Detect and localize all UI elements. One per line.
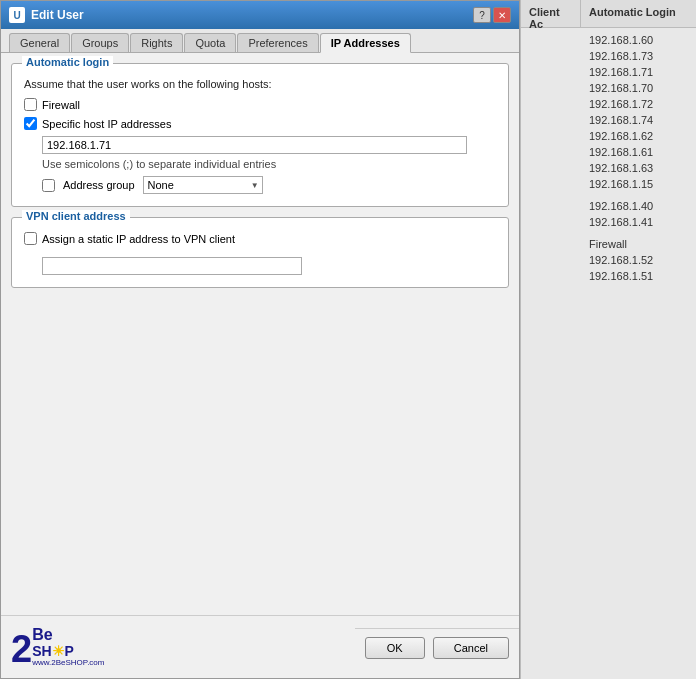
tab-rights[interactable]: Rights — [130, 33, 183, 52]
firewall-label: Firewall — [42, 99, 80, 111]
edit-user-dialog: U Edit User ? ✕ General Groups Rights Qu… — [0, 0, 520, 679]
dialog-content: Automatic login Assume that the user wor… — [1, 53, 519, 615]
title-bar: U Edit User ? ✕ — [1, 1, 519, 29]
vpn-client-group: VPN client address Assign a static IP ad… — [11, 217, 509, 288]
logo-container: 2 Be SH☀P www.2BeSHOP.com — [11, 626, 104, 668]
vpn-client-content: Assign a static IP address to VPN client — [24, 232, 496, 275]
logo-be: Be — [32, 626, 104, 644]
ip-hint: Use semicolons (;) to separate individua… — [42, 158, 496, 170]
automatic-login-description: Assume that the user works on the follow… — [24, 78, 496, 90]
vpn-client-title: VPN client address — [22, 210, 130, 222]
list-item-auto: 192.168.1.62 — [589, 130, 688, 142]
right-panel-header: Client Ac Automatic Login — [521, 0, 696, 28]
list-item[interactable]: 192.168.1.52 — [521, 252, 696, 268]
assign-static-ip-checkbox[interactable] — [24, 232, 37, 245]
list-item-auto: 192.168.1.51 — [589, 270, 688, 282]
list-item-client — [529, 146, 589, 158]
dialog-title: Edit User — [31, 8, 84, 22]
col-client-header: Client Ac — [521, 0, 581, 27]
tab-quota[interactable]: Quota — [184, 33, 236, 52]
list-item-auto: 192.168.1.60 — [589, 34, 688, 46]
list-item-client — [529, 82, 589, 94]
col-auto-header: Automatic Login — [581, 0, 696, 27]
list-item[interactable]: 192.168.1.41 — [521, 214, 696, 230]
dialog-footer: OK Cancel — [355, 628, 519, 667]
list-item-client — [529, 130, 589, 142]
help-button[interactable]: ? — [473, 7, 491, 23]
list-item-client — [529, 270, 589, 282]
list-item-auto: 192.168.1.70 — [589, 82, 688, 94]
list-item-client — [529, 114, 589, 126]
firewall-row: Firewall — [24, 98, 496, 111]
list-item[interactable]: 192.168.1.74 — [521, 112, 696, 128]
list-item-client — [529, 200, 589, 212]
automatic-login-group: Automatic login Assume that the user wor… — [11, 63, 509, 207]
right-panel: Client Ac Automatic Login 192.168.1.6019… — [520, 0, 696, 679]
list-item[interactable]: 192.168.1.71 — [521, 64, 696, 80]
list-item[interactable]: 192.168.1.63 — [521, 160, 696, 176]
list-item-auto: 192.168.1.72 — [589, 98, 688, 110]
address-group-label: Address group — [63, 179, 135, 191]
list-item-auto: Firewall — [589, 238, 688, 250]
list-item-auto: 192.168.1.52 — [589, 254, 688, 266]
list-item-client — [529, 162, 589, 174]
automatic-login-title: Automatic login — [22, 56, 113, 68]
address-group-checkbox[interactable] — [42, 179, 55, 192]
logo-area: 2 Be SH☀P www.2BeSHOP.com — [1, 616, 355, 678]
specific-host-row: Specific host IP addresses — [24, 117, 496, 130]
list-item[interactable]: 192.168.1.60 — [521, 32, 696, 48]
firewall-checkbox[interactable] — [24, 98, 37, 111]
ip-addresses-input[interactable] — [42, 136, 467, 154]
list-item-auto: 192.168.1.41 — [589, 216, 688, 228]
list-item[interactable]: 192.168.1.73 — [521, 48, 696, 64]
list-item-client — [529, 254, 589, 266]
list-item-auto: 192.168.1.61 — [589, 146, 688, 158]
title-bar-controls: ? ✕ — [473, 7, 511, 23]
tab-preferences[interactable]: Preferences — [237, 33, 318, 52]
logo-shop: SH☀P — [32, 644, 104, 659]
list-item-client — [529, 50, 589, 62]
tab-ip-addresses[interactable]: IP Addresses — [320, 33, 411, 53]
list-item[interactable]: 192.168.1.62 — [521, 128, 696, 144]
tab-groups[interactable]: Groups — [71, 33, 129, 52]
list-item-auto: 192.168.1.74 — [589, 114, 688, 126]
list-item[interactable]: 192.168.1.40 — [521, 198, 696, 214]
right-list: 192.168.1.60192.168.1.73192.168.1.71192.… — [521, 28, 696, 679]
list-item[interactable]: Firewall — [521, 236, 696, 252]
tabs-bar: General Groups Rights Quota Preferences … — [1, 29, 519, 53]
list-item-auto: 192.168.1.63 — [589, 162, 688, 174]
automatic-login-content: Assume that the user works on the follow… — [24, 78, 496, 194]
close-button[interactable]: ✕ — [493, 7, 511, 23]
address-group-select-wrapper: None — [143, 176, 263, 194]
list-item-client — [529, 238, 589, 250]
list-item-client — [529, 98, 589, 110]
address-group-row: Address group None — [42, 176, 496, 194]
list-item-auto: 192.168.1.40 — [589, 200, 688, 212]
list-item[interactable]: 192.168.1.51 — [521, 268, 696, 284]
list-item-client — [529, 66, 589, 78]
assign-static-ip-label: Assign a static IP address to VPN client — [42, 233, 235, 245]
assign-static-ip-row: Assign a static IP address to VPN client — [24, 232, 496, 245]
title-bar-left: U Edit User — [9, 7, 84, 23]
bottom-row: 2 Be SH☀P www.2BeSHOP.com OK Cancel — [1, 615, 519, 678]
dialog-icon: U — [9, 7, 25, 23]
vpn-ip-input[interactable] — [42, 257, 302, 275]
list-item-auto: 192.168.1.71 — [589, 66, 688, 78]
list-item[interactable]: 192.168.1.72 — [521, 96, 696, 112]
specific-host-checkbox[interactable] — [24, 117, 37, 130]
tab-general[interactable]: General — [9, 33, 70, 52]
address-group-select[interactable]: None — [143, 176, 263, 194]
list-item-auto: 192.168.1.73 — [589, 50, 688, 62]
list-item-client — [529, 216, 589, 228]
list-item-auto: 192.168.1.15 — [589, 178, 688, 190]
list-item[interactable]: 192.168.1.70 — [521, 80, 696, 96]
cancel-button[interactable]: Cancel — [433, 637, 509, 659]
list-item[interactable]: 192.168.1.61 — [521, 144, 696, 160]
logo-2: 2 — [11, 630, 32, 668]
list-item[interactable]: 192.168.1.15 — [521, 176, 696, 192]
logo-url: www.2BeSHOP.com — [32, 659, 104, 668]
ok-button[interactable]: OK — [365, 637, 425, 659]
list-item-client — [529, 34, 589, 46]
list-item-client — [529, 178, 589, 190]
logo-stack: Be SH☀P www.2BeSHOP.com — [32, 626, 104, 668]
